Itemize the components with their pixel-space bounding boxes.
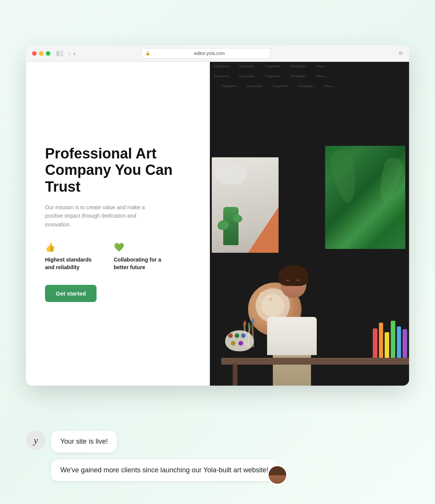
traffic-lights bbox=[32, 51, 50, 56]
artist-area bbox=[210, 127, 409, 386]
sidebar-toggle[interactable] bbox=[56, 51, 63, 56]
address-bar[interactable]: 🔒 editor.yola.com bbox=[141, 48, 271, 59]
chat-text-2: We've gained more clients since launchin… bbox=[60, 466, 268, 474]
mission-text: Our mission is to create value and make … bbox=[45, 203, 152, 229]
chat-bubble-2: We've gained more clients since launchin… bbox=[51, 459, 277, 481]
features-row: 👍 Highest standards and reliability 💚 Co… bbox=[45, 242, 191, 271]
website-content: Professional Art Company You Can Trust O… bbox=[26, 62, 409, 386]
feature-item-2: 💚 Collaborating for a better future bbox=[114, 242, 167, 271]
chat-bubble-1: Your site is live! bbox=[51, 431, 117, 452]
maximize-button[interactable] bbox=[46, 51, 50, 56]
person-body bbox=[273, 317, 311, 386]
svg-rect-3 bbox=[60, 55, 63, 56]
user-avatar bbox=[267, 465, 287, 485]
browser-window: ‹ › 🔒 editor.yola.com ⟳ Professional Art… bbox=[26, 45, 409, 386]
yola-letter: y bbox=[34, 435, 38, 446]
get-started-button[interactable]: Get started bbox=[45, 285, 97, 302]
website-right-panel: Unsplash+ Unsplash+ Unsplash+ Unsplash+ … bbox=[210, 62, 409, 386]
main-headline: Professional Art Company You Can Trust bbox=[45, 145, 191, 195]
close-button[interactable] bbox=[32, 51, 37, 56]
person-head bbox=[280, 268, 306, 298]
user-face bbox=[269, 466, 286, 484]
svg-rect-0 bbox=[56, 51, 59, 56]
yola-logo-avatar: y bbox=[26, 431, 46, 451]
browser-nav: ‹ › bbox=[69, 50, 75, 57]
thumbsup-icon: 👍 bbox=[45, 242, 98, 252]
chat-message-1-row: y Your site is live! bbox=[26, 431, 409, 452]
forward-arrow[interactable]: › bbox=[74, 50, 76, 57]
heart-icon: 💚 bbox=[114, 242, 167, 252]
back-arrow[interactable]: ‹ bbox=[69, 50, 71, 57]
table-leg bbox=[233, 363, 237, 386]
browser-toolbar: ‹ › 🔒 editor.yola.com ⟳ bbox=[26, 45, 409, 62]
svg-rect-2 bbox=[60, 53, 63, 54]
url-text: editor.yola.com bbox=[152, 51, 267, 56]
minimize-button[interactable] bbox=[39, 51, 44, 56]
paint-bottles bbox=[373, 313, 407, 363]
chat-area: y Your site is live! We've gained more c… bbox=[26, 431, 409, 481]
svg-rect-1 bbox=[60, 51, 63, 52]
table-surface bbox=[221, 358, 409, 365]
painting-green bbox=[325, 146, 405, 249]
feature-item-1: 👍 Highest standards and reliability bbox=[45, 242, 98, 271]
chat-text-1: Your site is live! bbox=[60, 438, 108, 445]
feature-2-label: Collaborating for a better future bbox=[114, 256, 167, 271]
user-hair bbox=[269, 466, 286, 475]
website-left-panel: Professional Art Company You Can Trust O… bbox=[26, 62, 210, 386]
paint-palette bbox=[225, 330, 254, 351]
chat-message-2-row: We've gained more clients since launchin… bbox=[26, 459, 409, 481]
lock-icon: 🔒 bbox=[145, 51, 150, 55]
feature-1-label: Highest standards and reliability bbox=[45, 256, 98, 271]
reload-button[interactable]: ⟳ bbox=[399, 50, 403, 56]
painting-white bbox=[212, 157, 279, 253]
